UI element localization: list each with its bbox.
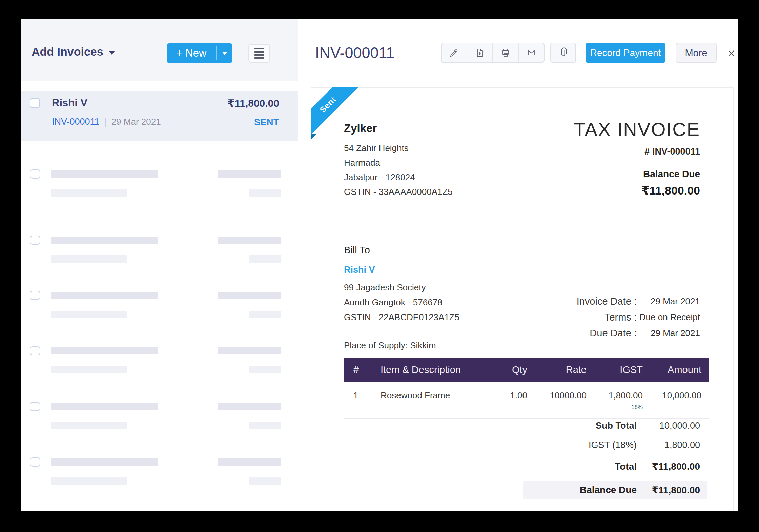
print-button[interactable] [493, 43, 519, 62]
bill-to-label: Bill To [344, 245, 459, 256]
envelope-icon [526, 47, 537, 59]
row-checkbox[interactable] [30, 98, 40, 108]
customer-link[interactable]: Rishi V [344, 265, 459, 275]
row-checkbox[interactable] [30, 346, 40, 355]
invoice-date-row: Invoice Date : 29 Mar 2021 [490, 293, 700, 309]
invoice-number-link[interactable]: INV-000011 [52, 117, 100, 127]
customer-address: 99 Jagadesh Society Aundh Gangtok - 5766… [344, 280, 459, 325]
email-button[interactable] [519, 43, 544, 62]
invoice-list-item-selected[interactable]: Rishi V ₹11,800.00 INV-000011 | 29 Mar 2… [21, 91, 298, 141]
totals-section: Sub Total 10,000.00 IGST (18%) 1,800.00 … [523, 416, 707, 499]
item-qty: 1.00 [491, 390, 527, 411]
pencil-icon [448, 47, 460, 59]
tax-invoice-title: TAX INVOICE [574, 119, 700, 140]
row-checkbox[interactable] [30, 169, 40, 179]
invoice-list-panel: Add Invoices + New Rishi V ₹11,800.00 IN… [21, 19, 298, 511]
skeleton-list-item [21, 236, 298, 264]
attachment-button[interactable] [550, 43, 576, 63]
more-button[interactable]: More [676, 43, 717, 63]
ribbon-fold [311, 134, 317, 139]
balance-due-label: Balance Due [641, 169, 700, 180]
invoice-detail-panel: INV-000011 [298, 19, 738, 511]
invoice-number: # INV-000011 [574, 146, 700, 157]
new-invoice-split-button[interactable]: + New [167, 43, 232, 63]
row-checkbox[interactable] [30, 402, 40, 411]
status-badge: SENT [254, 117, 279, 128]
seller-address-line: 54 Zahir Heights [344, 141, 453, 156]
close-button[interactable] [724, 46, 738, 60]
invoice-document: Sent Zylker 54 Zahir Heights Harmada Jab… [311, 87, 734, 511]
balance-due-summary: Balance Due ₹11,800.00 [641, 169, 700, 197]
item-amount: 10,000.00 [643, 390, 709, 411]
invoices-app-window: Add Invoices + New Rishi V ₹11,800.00 IN… [21, 19, 738, 511]
seller-info: Zylker 54 Zahir Heights Harmada Jabalpur… [344, 122, 453, 199]
total-row: Total ₹11,800.00 [523, 457, 707, 476]
invoice-toolbar [441, 43, 545, 63]
paperclip-icon [557, 47, 569, 59]
chevron-down-icon [222, 52, 227, 55]
seller-address-line: Jabalpur - 128024 [344, 170, 453, 185]
add-invoices-label: Add Invoices [32, 45, 103, 58]
invoice-meta: Invoice Date : 29 Mar 2021 Terms : Due o… [490, 293, 700, 341]
subtotal-row: Sub Total 10,000.00 [523, 416, 707, 435]
seller-address-line: Harmada [344, 156, 453, 170]
row-checkbox[interactable] [30, 457, 40, 467]
table-header: # Item & Description Qty Rate IGST Amoun… [344, 358, 709, 382]
hamburger-icon [254, 48, 264, 49]
row-index: 1 [344, 390, 381, 411]
skeleton-list-item [21, 402, 298, 430]
skeleton-list-item [21, 346, 298, 375]
new-button[interactable]: + New [167, 43, 216, 63]
edit-button[interactable] [442, 43, 467, 62]
list-menu-button[interactable] [248, 44, 270, 63]
pdf-document-icon [474, 47, 486, 59]
item-igst: 1,800.00 18% [587, 390, 643, 411]
printer-icon [500, 47, 511, 59]
invoice-amount: ₹11,800.00 [227, 97, 279, 109]
invoice-date: 29 Mar 2021 [111, 117, 161, 127]
table-row: 1 Rosewood Frame 1.00 10000.00 1,800.00 … [344, 382, 709, 419]
skeleton-list-item [21, 291, 298, 319]
due-date-row: Due Date : 29 Mar 2021 [490, 325, 700, 341]
igst-row: IGST (18%) 1,800.00 [523, 435, 707, 455]
close-icon [726, 47, 736, 59]
screen-frame: Add Invoices + New Rishi V ₹11,800.00 IN… [0, 0, 759, 532]
row-checkbox[interactable] [30, 291, 40, 300]
customer-gstin: GSTIN - 22ABCDE0123A1Z5 [344, 310, 459, 325]
chevron-down-icon [109, 51, 115, 55]
seller-name: Zylker [344, 122, 453, 135]
bill-to-section: Bill To Rishi V 99 Jagadesh Society Aund… [344, 245, 459, 351]
add-invoices-dropdown[interactable]: Add Invoices [32, 19, 115, 84]
igst-percentage: 18% [587, 404, 643, 411]
balance-due-value: ₹11,800.00 [641, 184, 700, 197]
row-checkbox[interactable] [30, 236, 40, 245]
separator: | [104, 117, 107, 127]
record-payment-button[interactable]: Record Payment [586, 43, 665, 63]
skeleton-list-item [21, 169, 298, 198]
skeleton-list-item [21, 457, 298, 486]
detail-title: INV-000011 [315, 43, 394, 63]
document-heading: TAX INVOICE # INV-000011 [574, 119, 700, 157]
line-items-table: # Item & Description Qty Rate IGST Amoun… [344, 358, 709, 419]
new-button-dropdown[interactable] [217, 43, 232, 63]
balance-due-row: Balance Due ₹11,800.00 [523, 481, 707, 499]
invoice-meta-line: INV-000011 | 29 Mar 2021 [52, 117, 161, 127]
item-rate: 10000.00 [527, 390, 587, 411]
seller-gstin: GSTIN - 33AAAA0000A1Z5 [344, 185, 453, 199]
item-description: Rosewood Frame [381, 390, 491, 411]
place-of-supply: Place of Supply: Sikkim [344, 340, 459, 351]
terms-row: Terms : Due on Receipt [490, 309, 700, 325]
pdf-button[interactable] [467, 43, 493, 62]
customer-name: Rishi V [52, 97, 87, 109]
